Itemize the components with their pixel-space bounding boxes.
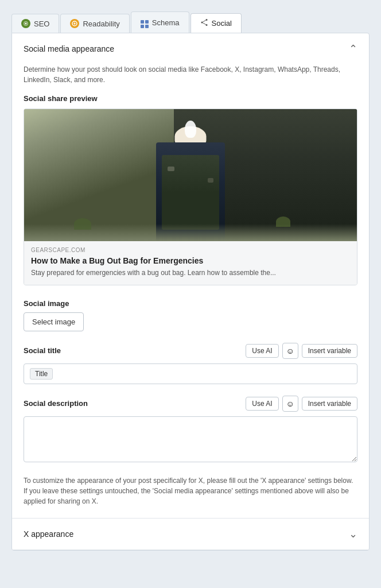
collapse-icon: ⌃	[349, 42, 357, 55]
tab-schema[interactable]: Schema	[131, 11, 189, 33]
x-appearance-header[interactable]: X appearance ⌄	[12, 519, 369, 550]
social-appearance-body: Determine how your post should look on s…	[12, 64, 369, 518]
svg-point-3	[205, 24, 207, 26]
insert-variable-button-desc[interactable]: Insert variable	[302, 397, 357, 411]
insert-variable-button-title[interactable]: Insert variable	[302, 344, 357, 358]
svg-point-2	[205, 19, 207, 21]
use-ai-button-title[interactable]: Use AI	[246, 344, 278, 358]
use-ai-button-desc[interactable]: Use AI	[246, 397, 278, 411]
svg-point-4	[201, 22, 203, 24]
tab-readability-label: Readability	[83, 20, 119, 28]
social-description-label: Social description	[24, 399, 88, 408]
preview-post-desc: Stay prepared for emergencies with a bug…	[31, 268, 350, 278]
tabs-bar: SEO Readability Schema Social	[11, 11, 370, 33]
social-title-actions: Use AI ☺ Insert variable	[246, 343, 357, 359]
emoji-icon-title: ☺	[286, 346, 294, 355]
select-image-button[interactable]: Select image	[24, 312, 84, 331]
preview-label: Social share preview	[24, 94, 357, 103]
tab-seo-label: SEO	[34, 20, 49, 28]
social-image-label: Social image	[24, 299, 357, 308]
section-description: Determine how your post should look on s…	[24, 64, 357, 85]
preview-image	[24, 109, 357, 241]
seo-icon	[21, 19, 30, 28]
x-appearance-section: X appearance ⌄	[12, 519, 369, 550]
main-panel: Social media appearance ⌃ Determine how …	[11, 33, 370, 551]
tab-readability[interactable]: Readability	[60, 14, 129, 33]
readability-icon	[70, 19, 79, 28]
social-preview-card: GEARSCAPE.COM How to Make a Bug Out Bag …	[24, 109, 357, 285]
svg-line-6	[203, 23, 205, 25]
social-title-label: Social title	[24, 346, 61, 355]
social-appearance-header[interactable]: Social media appearance ⌃	[12, 33, 369, 64]
social-title-label-row: Social title Use AI ☺ Insert variable	[24, 343, 357, 359]
social-title-input[interactable]: Title	[24, 363, 357, 384]
svg-point-0	[25, 23, 27, 25]
social-share-icon	[200, 18, 208, 28]
tab-schema-label: Schema	[152, 18, 180, 27]
social-appearance-section: Social media appearance ⌃ Determine how …	[12, 33, 369, 519]
social-title-group: Social title Use AI ☺ Insert variable Ti…	[24, 343, 357, 384]
tab-seo[interactable]: SEO	[11, 14, 59, 33]
schema-icon	[141, 17, 149, 28]
social-description-group: Social description Use AI ☺ Insert varia…	[24, 396, 357, 464]
x-expand-icon: ⌄	[349, 528, 357, 540]
social-description-label-row: Social description Use AI ☺ Insert varia…	[24, 396, 357, 412]
social-appearance-title: Social media appearance	[24, 44, 114, 53]
emoji-button-title[interactable]: ☺	[282, 343, 298, 359]
preview-meta: GEARSCAPE.COM How to Make a Bug Out Bag …	[24, 241, 357, 285]
preview-post-title: How to Make a Bug Out Bag for Emergencie…	[31, 256, 350, 266]
emoji-button-desc[interactable]: ☺	[282, 396, 298, 412]
svg-line-5	[203, 20, 205, 22]
preview-scene	[24, 109, 357, 241]
x-appearance-title: X appearance	[24, 529, 73, 539]
emoji-icon-desc: ☺	[286, 399, 294, 408]
title-tag: Title	[30, 368, 53, 380]
social-description-actions: Use AI ☺ Insert variable	[246, 396, 357, 412]
preview-domain: GEARSCAPE.COM	[31, 247, 350, 253]
tab-social-label: Social	[212, 19, 232, 28]
x-hint-text: To customize the appearance of your post…	[24, 475, 357, 506]
social-description-textarea[interactable]	[24, 416, 357, 462]
tab-social[interactable]: Social	[190, 13, 242, 33]
social-image-group: Social image Select image	[24, 299, 357, 331]
